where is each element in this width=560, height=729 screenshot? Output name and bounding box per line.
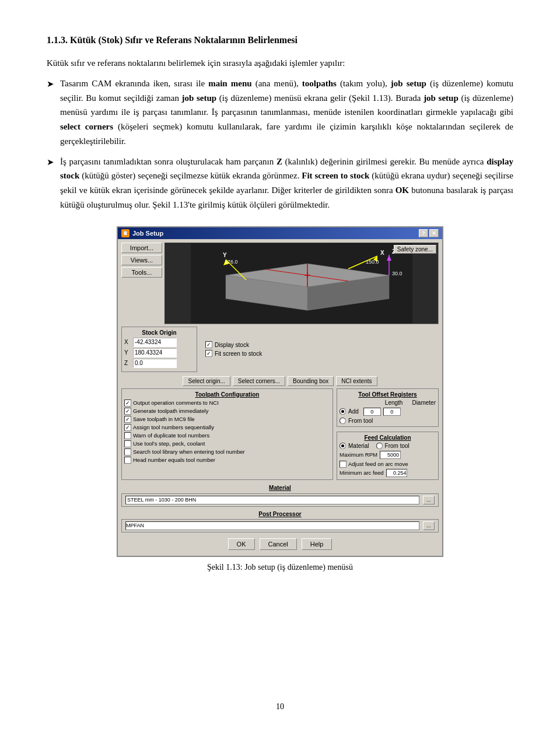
tc-checkbox-6[interactable] bbox=[124, 440, 131, 447]
material-fc-label: Material bbox=[348, 443, 369, 449]
body-text: Kütük sıfır ve referans noktalarını beli… bbox=[47, 56, 513, 212]
arc-input[interactable] bbox=[386, 469, 407, 477]
feed-calc-title: Feed Calculation bbox=[340, 434, 436, 441]
help-titlebar-button[interactable]: ? bbox=[419, 229, 428, 237]
origin-x-row: X bbox=[124, 338, 194, 347]
svg-text:176.0: 176.0 bbox=[225, 259, 238, 265]
dialog-body: Import... Views... Tools... Safety zone.… bbox=[118, 239, 442, 556]
add-label: Add bbox=[348, 408, 359, 415]
post-processor-title: Post Processor bbox=[121, 511, 439, 517]
section-heading: Kütük (Stok) Sıfır ve Referans Noktaları… bbox=[70, 35, 298, 45]
3d-box-svg: Y 176.0 X 150.0 Z 30.0 bbox=[165, 243, 438, 324]
display-stock-row: ✓ Display stock bbox=[205, 341, 439, 348]
tc-label-2: Generate toolpath immediately bbox=[133, 408, 208, 414]
tool-offset-box: Tool Offset Registers Length Diameter Ad… bbox=[337, 388, 439, 427]
feed-calc-box: Feed Calculation Material From tool Maxi… bbox=[337, 432, 439, 480]
origin-y-input[interactable] bbox=[133, 348, 177, 358]
tc-checkbox-3[interactable]: ✓ bbox=[124, 416, 131, 423]
diameter-input[interactable] bbox=[383, 408, 401, 416]
tc-checkbox-7[interactable] bbox=[124, 448, 131, 455]
tc-label-8: Head number equals tool number bbox=[133, 457, 215, 463]
svg-text:X: X bbox=[380, 250, 384, 256]
material-title: Material bbox=[121, 485, 439, 491]
fit-screen-label: Fit screen to stock bbox=[215, 351, 262, 357]
toolpath-config-title: Toolpath Configuration bbox=[124, 391, 330, 398]
3d-view: Safety zone... bbox=[164, 243, 439, 324]
tc-label-4: Assign tool numbers sequentially bbox=[133, 424, 214, 430]
origin-x-input[interactable] bbox=[133, 338, 177, 347]
svg-text:30.0: 30.0 bbox=[392, 271, 402, 276]
tc-label-6: Use tool's step, peck, coolant bbox=[133, 440, 205, 447]
ok-button[interactable]: OK bbox=[228, 538, 255, 550]
tools-button[interactable]: Tools... bbox=[121, 267, 162, 278]
material-input[interactable] bbox=[125, 496, 419, 504]
display-stock-checkbox[interactable]: ✓ bbox=[205, 341, 212, 348]
post-input[interactable] bbox=[125, 521, 419, 530]
nci-extents-button[interactable]: NCI extents bbox=[336, 376, 377, 386]
tc-item-2: ✓ Generate toolpath immediately bbox=[124, 408, 330, 415]
material-radio[interactable] bbox=[340, 443, 346, 449]
material-dots-button[interactable]: ... bbox=[423, 496, 435, 504]
arrow-icon-2: ➤ bbox=[47, 155, 54, 170]
stock-origin-title: Stock Origin bbox=[124, 330, 194, 336]
select-corners-button[interactable]: Select corners... bbox=[233, 376, 285, 386]
cancel-button[interactable]: Cancel bbox=[260, 538, 297, 550]
right-panel: Tool Offset Registers Length Diameter Ad… bbox=[337, 388, 439, 480]
rpm-input[interactable] bbox=[380, 451, 401, 459]
tc-label-5: Warn of duplicate tool numbers bbox=[133, 432, 209, 439]
import-button[interactable]: Import... bbox=[121, 243, 162, 253]
tc-item-4: ✓ Assign tool numbers sequentially bbox=[124, 424, 330, 431]
fit-screen-checkbox[interactable]: ✓ bbox=[205, 350, 212, 357]
dialog-title: Job Setup bbox=[132, 230, 163, 237]
intro-paragraph: Kütük sıfır ve referans noktalarını beli… bbox=[47, 56, 513, 71]
rpm-row: Maximum RPM bbox=[340, 451, 436, 459]
tc-label-3: Save toolpath in MC9 file bbox=[133, 416, 195, 422]
safety-zone-button[interactable]: Safety zone... bbox=[394, 245, 436, 254]
origin-z-input[interactable] bbox=[133, 359, 177, 368]
help-button[interactable]: Help bbox=[302, 538, 332, 550]
bullet-item-1: ➤ Tasarım CAM ekranında iken, sırası ile… bbox=[47, 76, 513, 149]
post-processor-section: Post Processor ... bbox=[121, 511, 439, 532]
tc-checkbox-2[interactable]: ✓ bbox=[124, 408, 131, 415]
tool-offset-headers: Length Diameter bbox=[340, 399, 436, 406]
toolpath-config: Toolpath Configuration ✓ Output operatio… bbox=[121, 388, 333, 480]
tc-item-5: Warn of duplicate tool numbers bbox=[124, 432, 330, 439]
fit-screen-row: ✓ Fit screen to stock bbox=[205, 350, 439, 357]
origin-z-row: Z bbox=[124, 359, 194, 368]
dialog-container: 📋 Job Setup ? ✕ Import... Views... Tools… bbox=[117, 226, 443, 557]
from-tool-radio[interactable] bbox=[340, 418, 346, 424]
length-input[interactable] bbox=[363, 408, 381, 416]
tc-item-8: Head number equals tool number bbox=[124, 457, 330, 464]
tc-checkbox-5[interactable] bbox=[124, 432, 131, 439]
adjust-arc-checkbox[interactable] bbox=[340, 461, 346, 468]
bullet-content-1: Tasarım CAM ekranında iken, sırası ile m… bbox=[60, 76, 513, 149]
dialog-top-row: Import... Views... Tools... Safety zone.… bbox=[121, 243, 439, 324]
section-number: 1.1.3. bbox=[47, 35, 68, 45]
from-tool-fc-label: From tool bbox=[385, 443, 410, 449]
bullet-content-2: İş parçasını tanımladıktan sonra oluştur… bbox=[60, 155, 513, 212]
page: 1.1.3. Kütük (Stok) Sıfır ve Referans No… bbox=[0, 0, 560, 729]
post-dots-button[interactable]: ... bbox=[423, 521, 435, 530]
bounding-box-button[interactable]: Bounding box bbox=[288, 376, 334, 386]
tc-checkbox-4[interactable]: ✓ bbox=[124, 424, 131, 431]
tc-label-1: Output operation comments to NCI bbox=[133, 399, 219, 406]
tc-item-3: ✓ Save toolpath in MC9 file bbox=[124, 416, 330, 423]
titlebar-left: 📋 Job Setup bbox=[121, 229, 163, 237]
min-arc-row: Minimum arc feed bbox=[340, 469, 436, 477]
select-origin-button[interactable]: Select origin... bbox=[183, 376, 230, 386]
from-tool-fc-radio[interactable] bbox=[376, 443, 383, 449]
add-radio-row: Add bbox=[340, 408, 436, 416]
titlebar-buttons[interactable]: ? ✕ bbox=[419, 229, 439, 237]
left-buttons: Import... Views... Tools... bbox=[121, 243, 162, 324]
tc-checkbox-8[interactable] bbox=[124, 457, 131, 464]
close-titlebar-button[interactable]: ✕ bbox=[429, 229, 439, 237]
origin-z-label: Z bbox=[124, 360, 131, 366]
material-radio-row: Material From tool bbox=[340, 443, 436, 449]
views-button[interactable]: Views... bbox=[121, 255, 162, 265]
origin-x-label: X bbox=[124, 339, 131, 345]
page-number: 10 bbox=[0, 702, 560, 712]
add-radio[interactable] bbox=[340, 408, 346, 415]
tc-checkbox-1[interactable]: ✓ bbox=[124, 399, 131, 406]
post-proc-row: ... bbox=[121, 519, 439, 532]
tool-offset-title: Tool Offset Registers bbox=[340, 391, 436, 398]
